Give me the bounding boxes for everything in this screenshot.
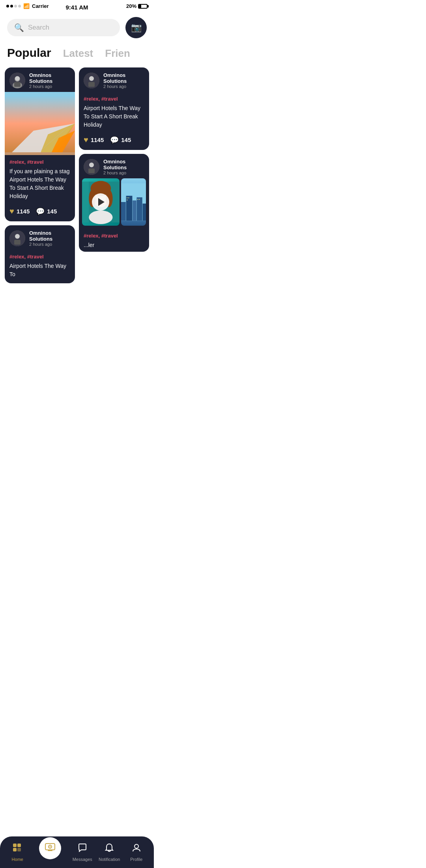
like-count-2: 1145 bbox=[91, 137, 104, 143]
likes-1: ♥ 1145 bbox=[9, 207, 30, 216]
post-images-row bbox=[79, 178, 149, 229]
svg-rect-31 bbox=[136, 197, 142, 221]
post-title-4: Airport Hotels The Way To bbox=[5, 261, 75, 283]
status-bar: 📶 Carrier 9:41 AM 20% bbox=[0, 0, 154, 11]
tabs: Popular Latest Frien bbox=[0, 42, 154, 62]
posts-grid: Omninos Solutions 2 hours ago bbox=[0, 62, 154, 283]
video-overlay bbox=[82, 178, 120, 226]
signal-dot-2 bbox=[10, 5, 13, 7]
battery-icon bbox=[138, 4, 148, 9]
svg-rect-30 bbox=[133, 200, 136, 221]
post-header-4: Omninos Solutions 2 hours ago bbox=[5, 225, 75, 250]
post-time-2: 2 hours ago bbox=[103, 84, 144, 89]
post-tags-2: #relex, #travel bbox=[79, 92, 149, 103]
post-header-1: Omninos Solutions 2 hours ago bbox=[5, 67, 75, 92]
post-header-3: Omninos Solutions 2 hours ago bbox=[79, 154, 149, 178]
play-button[interactable] bbox=[92, 193, 109, 211]
post-time-1: 2 hours ago bbox=[29, 84, 70, 89]
svg-rect-13 bbox=[14, 240, 21, 245]
post-tags-3: #relex, #travel bbox=[79, 229, 149, 240]
comment-icon-1: 💬 bbox=[36, 207, 45, 216]
status-right: 20% bbox=[126, 3, 148, 9]
post-stats-1: ♥ 1145 💬 145 bbox=[5, 205, 75, 221]
svg-rect-16 bbox=[88, 82, 95, 87]
author-name-3: Omninos Solutions bbox=[103, 159, 144, 170]
svg-point-3 bbox=[15, 76, 20, 81]
svg-rect-35 bbox=[127, 200, 127, 200]
svg-point-15 bbox=[89, 76, 94, 81]
video-thumbnail[interactable] bbox=[82, 178, 120, 226]
signal-dot-3 bbox=[14, 5, 17, 7]
signal-dot-4 bbox=[18, 5, 21, 7]
battery-fill bbox=[139, 5, 141, 8]
battery-percent: 20% bbox=[126, 3, 136, 9]
left-column: Omninos Solutions 2 hours ago bbox=[5, 67, 75, 283]
author-name-4: Omninos Solutions bbox=[29, 230, 70, 242]
author-info-1: Omninos Solutions 2 hours ago bbox=[29, 72, 70, 89]
bottom-spacer bbox=[0, 283, 154, 323]
wifi-icon: 📶 bbox=[23, 3, 30, 9]
svg-rect-4 bbox=[14, 82, 21, 87]
like-count-1: 1145 bbox=[17, 208, 30, 215]
post-title-2: Airport Hotels The Way To Start A Short … bbox=[79, 103, 149, 134]
city-thumbnail bbox=[121, 178, 146, 226]
post-card-1[interactable]: Omninos Solutions 2 hours ago bbox=[5, 67, 75, 221]
camera-button[interactable]: 📷 bbox=[125, 17, 147, 38]
heart-icon-1: ♥ bbox=[9, 207, 14, 216]
tab-friends[interactable]: Frien bbox=[105, 47, 130, 60]
status-time: 9:41 AM bbox=[66, 4, 88, 11]
post-tags-4: #relex, #travel bbox=[5, 250, 75, 261]
carrier-label: Carrier bbox=[32, 3, 49, 9]
comment-count-2: 145 bbox=[121, 137, 131, 143]
avatar-1 bbox=[9, 73, 25, 88]
post-header-2: Omninos Solutions 2 hours ago bbox=[79, 67, 149, 92]
comments-2: 💬 145 bbox=[110, 136, 131, 144]
post-title-3: ...ler bbox=[79, 240, 149, 252]
svg-rect-36 bbox=[137, 199, 138, 200]
avatar-2 bbox=[84, 73, 99, 88]
likes-2: ♥ 1145 bbox=[84, 135, 104, 144]
post-stats-2: ♥ 1145 💬 145 bbox=[79, 134, 149, 150]
tab-popular[interactable]: Popular bbox=[7, 46, 51, 60]
svg-point-12 bbox=[15, 234, 20, 239]
comment-icon-2: 💬 bbox=[110, 136, 119, 144]
author-info-3: Omninos Solutions 2 hours ago bbox=[103, 159, 144, 175]
signal-dot-1 bbox=[6, 5, 9, 7]
camera-icon: 📷 bbox=[131, 22, 142, 33]
heart-icon-2: ♥ bbox=[84, 135, 88, 144]
svg-rect-33 bbox=[127, 197, 127, 198]
post-card-2[interactable]: Omninos Solutions 2 hours ago #relex, #t… bbox=[79, 67, 149, 150]
svg-rect-37 bbox=[139, 199, 140, 200]
svg-point-18 bbox=[89, 163, 94, 167]
author-name-1: Omninos Solutions bbox=[29, 72, 70, 84]
comments-1: 💬 145 bbox=[36, 207, 57, 216]
avatar-3 bbox=[84, 159, 99, 175]
post-time-3: 2 hours ago bbox=[103, 170, 144, 175]
comment-count-1: 145 bbox=[47, 208, 57, 215]
post-title-1: If you are plaining a stag Airport Hotel… bbox=[5, 166, 75, 205]
post-image-1 bbox=[5, 92, 75, 155]
author-info-4: Omninos Solutions 2 hours ago bbox=[29, 230, 70, 247]
avatar-img-3 bbox=[84, 159, 99, 175]
svg-rect-32 bbox=[142, 204, 146, 221]
author-info-2: Omninos Solutions 2 hours ago bbox=[103, 72, 144, 89]
avatar-4 bbox=[9, 230, 25, 246]
svg-rect-19 bbox=[88, 168, 95, 173]
avatar-img-1 bbox=[9, 73, 25, 88]
search-icon: 🔍 bbox=[14, 24, 24, 32]
status-left: 📶 Carrier bbox=[6, 3, 49, 9]
svg-rect-28 bbox=[121, 202, 126, 221]
avatar-img-2 bbox=[84, 73, 99, 88]
author-name-2: Omninos Solutions bbox=[103, 72, 144, 84]
post-card-4[interactable]: Omninos Solutions 2 hours ago #relex, #t… bbox=[5, 225, 75, 283]
search-bar[interactable]: 🔍 Search bbox=[7, 19, 120, 36]
play-triangle-icon bbox=[98, 198, 105, 206]
post-time-4: 2 hours ago bbox=[29, 242, 70, 247]
post-tags-1: #relex, #travel bbox=[5, 155, 75, 166]
svg-rect-34 bbox=[128, 197, 129, 198]
search-area: 🔍 Search 📷 bbox=[0, 11, 154, 42]
post-card-3[interactable]: Omninos Solutions 2 hours ago bbox=[79, 154, 149, 252]
signal-dots bbox=[6, 5, 21, 7]
tab-latest[interactable]: Latest bbox=[63, 47, 93, 60]
right-column: Omninos Solutions 2 hours ago #relex, #t… bbox=[79, 67, 149, 252]
